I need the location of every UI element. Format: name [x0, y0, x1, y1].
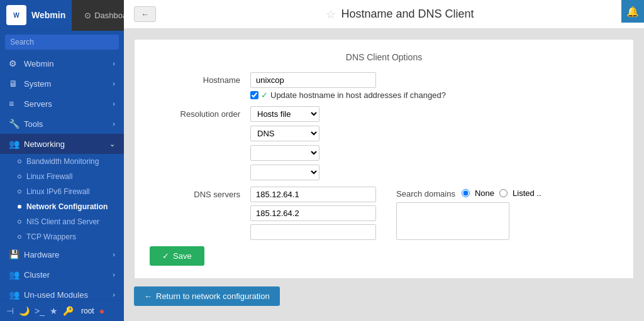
dashboard-tab[interactable]: ⊙ Dashboard	[72, 0, 128, 31]
servers-nav-icon: ≡	[9, 99, 19, 109]
sidebar-item-networking[interactable]: 👥 Networking ⌄	[0, 134, 124, 154]
card-title: DNS Client Options	[150, 52, 618, 62]
sidebar-item-hardware-label: Hardware	[24, 250, 59, 259]
sidebar-item-servers-label: Servers	[24, 99, 52, 109]
sidebar-item-unused[interactable]: 👥 Un-used Modules ›	[0, 285, 124, 300]
search-domains-textarea[interactable]	[396, 202, 509, 240]
sidebar-item-nis[interactable]: NIS Client and Server	[9, 214, 124, 229]
dns-servers-content: Search domains None Listed ..	[250, 187, 618, 240]
sidebar-item-networking-label: Networking	[24, 139, 65, 149]
back-button[interactable]: ←	[134, 6, 156, 22]
hostname-content: ✓ Update hostname in host addresses if c…	[250, 72, 618, 100]
sidebar-item-linux-firewall-label: Linux Firewall	[26, 172, 72, 181]
resolution-select-1[interactable]: Hosts file DNS	[250, 106, 319, 122]
update-hostname-label: Update hostname in host addresses if cha…	[270, 90, 446, 100]
resolution-select-4[interactable]: Hosts file DNS	[250, 165, 319, 180]
page-title-text: Hostname and DNS Client	[341, 8, 474, 21]
sidebar-item-tcp-label: TCP Wrappers	[26, 232, 76, 241]
dns-server-3-input[interactable]	[250, 224, 376, 240]
sidebar-item-network-config[interactable]: Network Configuration	[9, 199, 124, 214]
system-nav-icon: 🖥	[9, 79, 19, 89]
webmin-nav-icon: ⚙	[9, 58, 19, 68]
sidebar-item-cluster[interactable]: 👥 Cluster ›	[0, 264, 124, 285]
sidebar-item-linux-ipv6[interactable]: Linux IPv6 Firewall	[9, 184, 124, 199]
page-header: ← ☆ Hostname and DNS Client 🔔	[124, 0, 644, 29]
dns-servers-row: DNS servers Search domains	[150, 187, 618, 240]
bell-button[interactable]: 🔔	[621, 0, 644, 23]
tools-nav-icon: 🔧	[9, 119, 19, 129]
sub-dot-icon	[18, 160, 21, 163]
sidebar-item-bandwidth-label: Bandwidth Monitoring	[26, 157, 99, 166]
resolution-order-content: Hosts file DNS DNS Hosts file Hosts file	[250, 106, 618, 180]
sidebar-item-cluster-label: Cluster	[24, 270, 50, 280]
favorite-star-icon[interactable]: ☆	[326, 8, 336, 21]
hostname-label: Hostname	[150, 72, 250, 85]
sidebar-item-network-config-label: Network Configuration	[26, 202, 108, 211]
sidebar-item-hardware[interactable]: 💾 Hardware ›	[0, 244, 124, 264]
sidebar-item-nis-label: NIS Client and Server	[26, 217, 99, 226]
search-domains-listed-radio[interactable]	[499, 189, 508, 197]
return-button[interactable]: ← Return to network configuration	[134, 286, 280, 306]
footer-icon-star[interactable]: ★	[50, 306, 58, 316]
page-title: ☆ Hostname and DNS Client	[166, 8, 634, 21]
resolution-select-3[interactable]: Hosts file DNS	[250, 145, 319, 161]
chevron-right-icon: ›	[113, 60, 115, 67]
save-button[interactable]: ✓ Save	[150, 246, 204, 266]
sidebar-item-linux-ipv6-label: Linux IPv6 Firewall	[26, 187, 90, 196]
dns-servers-group	[250, 187, 376, 240]
chevron-right-icon: ›	[113, 100, 115, 107]
search-domains-section: Search domains None Listed ..	[384, 187, 541, 240]
footer-close-icon[interactable]: ●	[99, 306, 104, 316]
footer-icon-1[interactable]: ⊣	[6, 306, 14, 316]
dns-options-card: DNS Client Options Hostname ✓ Update hos…	[134, 39, 634, 279]
return-arrow-icon: ←	[144, 291, 152, 301]
chevron-right-icon: ›	[113, 271, 115, 278]
sub-dot-icon	[18, 235, 21, 239]
save-check-icon: ✓	[162, 251, 169, 261]
search-domains-radio-group: None Listed ..	[462, 188, 541, 198]
sub-dot-icon	[18, 220, 21, 224]
dns-server-1-input[interactable]	[250, 187, 376, 202]
resolution-select-2[interactable]: DNS Hosts file	[250, 126, 319, 141]
sidebar-item-system-label: System	[24, 79, 51, 89]
sidebar-item-tools[interactable]: 🔧 Tools ›	[0, 114, 124, 134]
radio-none-label: None	[475, 188, 494, 198]
sidebar-item-servers[interactable]: ≡ Servers ›	[0, 94, 124, 114]
sidebar-item-system[interactable]: 🖥 System ›	[0, 73, 124, 94]
chevron-right-icon: ›	[113, 291, 115, 298]
footer-icon-moon[interactable]: 🌙	[19, 306, 30, 316]
sub-dot-active-icon	[18, 205, 21, 209]
footer-username: root	[81, 307, 94, 315]
update-hostname-checkbox[interactable]	[250, 91, 258, 99]
footer-icon-terminal[interactable]: >_	[35, 306, 45, 316]
dns-servers-label: DNS servers	[150, 187, 250, 199]
dashboard-icon: ⊙	[84, 11, 91, 20]
sidebar-item-webmin[interactable]: ⚙ Webmin ›	[0, 53, 124, 73]
hostname-input[interactable]	[250, 72, 376, 88]
sub-dot-icon	[18, 190, 21, 193]
search-container	[0, 31, 124, 53]
hostname-row: Hostname ✓ Update hostname in host addre…	[150, 72, 618, 100]
sidebar-nav: ⚙ Webmin › 🖥 System › ≡ Servers › 🔧 Tool…	[0, 53, 124, 300]
dns-servers-inputs: Search domains None Listed ..	[250, 187, 618, 240]
sub-dot-icon	[18, 175, 21, 178]
footer-icon-key[interactable]: 🔑	[63, 306, 74, 316]
search-input[interactable]	[5, 35, 119, 50]
sidebar-header: W Webmin	[0, 0, 72, 31]
chevron-right-icon: ›	[113, 120, 115, 128]
sidebar-item-tcp[interactable]: TCP Wrappers	[9, 229, 124, 244]
sidebar-title: Webmin	[31, 10, 65, 20]
sidebar-item-bandwidth[interactable]: Bandwidth Monitoring	[9, 154, 124, 169]
return-button-label: Return to network configuration	[156, 291, 270, 301]
chevron-right-icon: ›	[113, 80, 115, 87]
sidebar-item-linux-firewall[interactable]: Linux Firewall	[9, 169, 124, 184]
sidebar-footer: ⊣ 🌙 >_ ★ 🔑 root ●	[0, 300, 124, 321]
unused-nav-icon: 👥	[9, 290, 19, 300]
cluster-nav-icon: 👥	[9, 269, 19, 280]
chevron-down-icon: ⌄	[109, 140, 115, 148]
dns-server-2-input[interactable]	[250, 205, 376, 221]
chevron-right-icon: ›	[113, 251, 115, 258]
search-domains-none-radio[interactable]	[462, 189, 470, 197]
resolution-order-row: Resolution order Hosts file DNS DNS Host…	[150, 106, 618, 180]
save-row: ✓ Save	[150, 246, 618, 266]
